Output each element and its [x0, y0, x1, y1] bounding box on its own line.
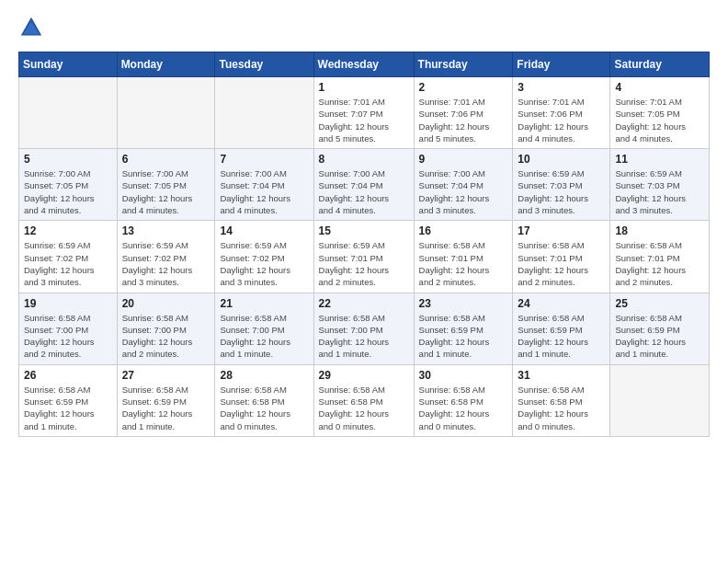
day-info: Sunrise: 6:59 AM Sunset: 7:03 PM Dayligh… [615, 167, 704, 216]
calendar-cell: 4Sunrise: 7:01 AM Sunset: 7:05 PM Daylig… [610, 77, 710, 149]
day-info: Sunrise: 6:58 AM Sunset: 6:59 PM Dayligh… [24, 384, 112, 432]
calendar-cell [610, 364, 710, 436]
calendar-cell: 7Sunrise: 7:00 AM Sunset: 7:04 PM Daylig… [215, 149, 313, 221]
day-number: 27 [122, 369, 210, 382]
day-number: 28 [220, 369, 308, 382]
day-number: 12 [24, 224, 112, 237]
calendar-table: SundayMondayTuesdayWednesdayThursdayFrid… [18, 52, 710, 437]
day-number: 13 [122, 224, 210, 237]
weekday-header-sunday: Sunday [19, 52, 118, 77]
day-info: Sunrise: 6:58 AM Sunset: 6:58 PM Dayligh… [419, 384, 508, 432]
week-row-2: 5Sunrise: 7:00 AM Sunset: 7:05 PM Daylig… [19, 149, 710, 221]
day-number: 24 [518, 297, 605, 310]
calendar-cell [117, 77, 215, 149]
day-info: Sunrise: 7:01 AM Sunset: 7:06 PM Dayligh… [419, 96, 508, 144]
day-info: Sunrise: 6:58 AM Sunset: 6:59 PM Dayligh… [518, 312, 605, 361]
day-info: Sunrise: 6:59 AM Sunset: 7:02 PM Dayligh… [122, 239, 210, 288]
calendar-cell: 6Sunrise: 7:00 AM Sunset: 7:05 PM Daylig… [117, 149, 215, 221]
day-number: 1 [319, 81, 409, 94]
day-number: 17 [518, 224, 605, 237]
calendar-cell [19, 77, 118, 149]
day-number: 31 [518, 369, 605, 382]
day-info: Sunrise: 6:58 AM Sunset: 6:59 PM Dayligh… [419, 312, 508, 361]
calendar-cell: 17Sunrise: 6:58 AM Sunset: 7:01 PM Dayli… [513, 221, 610, 293]
week-row-5: 26Sunrise: 6:58 AM Sunset: 6:59 PM Dayli… [19, 364, 710, 436]
day-info: Sunrise: 6:58 AM Sunset: 6:58 PM Dayligh… [220, 384, 308, 432]
day-number: 15 [319, 224, 409, 237]
week-row-4: 19Sunrise: 6:58 AM Sunset: 7:00 PM Dayli… [19, 293, 710, 364]
weekday-header-thursday: Thursday [414, 52, 513, 77]
day-info: Sunrise: 7:01 AM Sunset: 7:07 PM Dayligh… [319, 96, 409, 144]
calendar-cell: 20Sunrise: 6:58 AM Sunset: 7:00 PM Dayli… [117, 293, 215, 364]
day-info: Sunrise: 6:58 AM Sunset: 7:01 PM Dayligh… [518, 239, 605, 288]
day-info: Sunrise: 6:58 AM Sunset: 6:58 PM Dayligh… [518, 384, 605, 432]
calendar-cell [215, 77, 313, 149]
day-info: Sunrise: 7:00 AM Sunset: 7:05 PM Dayligh… [24, 167, 112, 216]
day-number: 11 [615, 153, 704, 166]
calendar-cell: 31Sunrise: 6:58 AM Sunset: 6:58 PM Dayli… [513, 364, 610, 436]
day-info: Sunrise: 6:59 AM Sunset: 7:02 PM Dayligh… [24, 239, 112, 288]
day-info: Sunrise: 7:00 AM Sunset: 7:05 PM Dayligh… [122, 167, 210, 216]
logo [18, 15, 48, 40]
calendar-cell: 29Sunrise: 6:58 AM Sunset: 6:58 PM Dayli… [313, 364, 414, 436]
weekday-header-tuesday: Tuesday [215, 52, 313, 77]
calendar-cell: 15Sunrise: 6:59 AM Sunset: 7:01 PM Dayli… [313, 221, 414, 293]
calendar-cell: 10Sunrise: 6:59 AM Sunset: 7:03 PM Dayli… [513, 149, 610, 221]
day-info: Sunrise: 6:58 AM Sunset: 7:00 PM Dayligh… [220, 312, 308, 361]
day-number: 20 [122, 297, 210, 310]
day-number: 30 [419, 369, 508, 382]
day-info: Sunrise: 6:58 AM Sunset: 7:01 PM Dayligh… [615, 239, 704, 288]
day-info: Sunrise: 7:01 AM Sunset: 7:05 PM Dayligh… [615, 96, 704, 144]
week-row-1: 1Sunrise: 7:01 AM Sunset: 7:07 PM Daylig… [19, 77, 710, 149]
day-info: Sunrise: 7:01 AM Sunset: 7:06 PM Dayligh… [518, 96, 605, 144]
day-info: Sunrise: 7:00 AM Sunset: 7:04 PM Dayligh… [319, 167, 409, 216]
day-number: 10 [518, 153, 605, 166]
day-number: 3 [518, 81, 605, 94]
day-number: 8 [319, 153, 409, 166]
calendar-cell: 27Sunrise: 6:58 AM Sunset: 6:59 PM Dayli… [117, 364, 215, 436]
day-number: 14 [220, 224, 308, 237]
day-info: Sunrise: 6:58 AM Sunset: 7:00 PM Dayligh… [122, 312, 210, 361]
weekday-header-friday: Friday [513, 52, 610, 77]
calendar-cell: 26Sunrise: 6:58 AM Sunset: 6:59 PM Dayli… [19, 364, 118, 436]
weekday-header-monday: Monday [117, 52, 215, 77]
day-info: Sunrise: 6:59 AM Sunset: 7:01 PM Dayligh… [319, 239, 409, 288]
day-info: Sunrise: 6:59 AM Sunset: 7:02 PM Dayligh… [220, 239, 308, 288]
day-number: 22 [319, 297, 409, 310]
day-info: Sunrise: 6:58 AM Sunset: 6:59 PM Dayligh… [615, 312, 704, 361]
day-number: 4 [615, 81, 704, 94]
calendar-cell: 8Sunrise: 7:00 AM Sunset: 7:04 PM Daylig… [313, 149, 414, 221]
calendar-cell: 11Sunrise: 6:59 AM Sunset: 7:03 PM Dayli… [610, 149, 710, 221]
calendar-cell: 14Sunrise: 6:59 AM Sunset: 7:02 PM Dayli… [215, 221, 313, 293]
day-number: 9 [419, 153, 508, 166]
calendar-cell: 28Sunrise: 6:58 AM Sunset: 6:58 PM Dayli… [215, 364, 313, 436]
calendar-cell: 21Sunrise: 6:58 AM Sunset: 7:00 PM Dayli… [215, 293, 313, 364]
day-number: 18 [615, 224, 704, 237]
day-number: 16 [419, 224, 508, 237]
calendar-cell: 12Sunrise: 6:59 AM Sunset: 7:02 PM Dayli… [19, 221, 118, 293]
calendar-cell: 18Sunrise: 6:58 AM Sunset: 7:01 PM Dayli… [610, 221, 710, 293]
day-number: 26 [24, 369, 112, 382]
calendar-cell: 2Sunrise: 7:01 AM Sunset: 7:06 PM Daylig… [414, 77, 513, 149]
calendar-cell: 1Sunrise: 7:01 AM Sunset: 7:07 PM Daylig… [313, 77, 414, 149]
day-info: Sunrise: 6:58 AM Sunset: 7:00 PM Dayligh… [319, 312, 409, 361]
day-number: 5 [24, 153, 112, 166]
calendar-cell: 30Sunrise: 6:58 AM Sunset: 6:58 PM Dayli… [414, 364, 513, 436]
calendar-cell: 24Sunrise: 6:58 AM Sunset: 6:59 PM Dayli… [513, 293, 610, 364]
day-info: Sunrise: 6:58 AM Sunset: 7:01 PM Dayligh… [419, 239, 508, 288]
day-info: Sunrise: 7:00 AM Sunset: 7:04 PM Dayligh… [419, 167, 508, 216]
day-number: 21 [220, 297, 308, 310]
weekday-header-saturday: Saturday [610, 52, 710, 77]
calendar-cell: 23Sunrise: 6:58 AM Sunset: 6:59 PM Dayli… [414, 293, 513, 364]
calendar-cell: 5Sunrise: 7:00 AM Sunset: 7:05 PM Daylig… [19, 149, 118, 221]
calendar-cell: 13Sunrise: 6:59 AM Sunset: 7:02 PM Dayli… [117, 221, 215, 293]
week-row-3: 12Sunrise: 6:59 AM Sunset: 7:02 PM Dayli… [19, 221, 710, 293]
day-number: 29 [319, 369, 409, 382]
day-number: 7 [220, 153, 308, 166]
day-number: 23 [419, 297, 508, 310]
day-info: Sunrise: 6:58 AM Sunset: 6:58 PM Dayligh… [319, 384, 409, 432]
page-header [18, 15, 710, 40]
day-number: 25 [615, 297, 704, 310]
calendar-cell: 22Sunrise: 6:58 AM Sunset: 7:00 PM Dayli… [313, 293, 414, 364]
calendar-cell: 9Sunrise: 7:00 AM Sunset: 7:04 PM Daylig… [414, 149, 513, 221]
